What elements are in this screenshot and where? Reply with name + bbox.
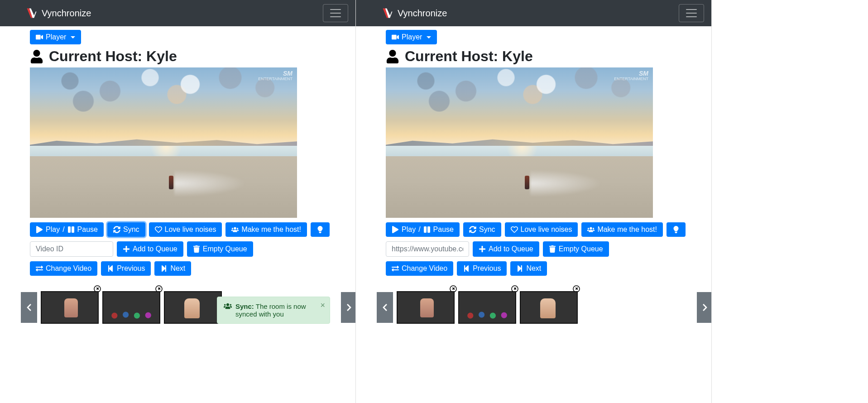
toast-close-button[interactable]: × [320,301,325,310]
host-name: Kyle [502,48,533,64]
queue-thumbnails [386,291,704,324]
brand[interactable]: Vynchronize [25,7,91,19]
video-camera-icon [392,34,399,41]
queue-item[interactable] [164,291,222,324]
pause-icon [423,226,431,233]
lightbulb-button[interactable] [667,222,686,237]
host-title: Current Host: Kyle [30,48,348,65]
users-icon [587,226,595,233]
controls-row-3: Change Video Previous Next [386,261,704,276]
toast-title: Sync: [235,302,254,310]
video-id-input[interactable] [386,241,469,257]
queue-next-button[interactable] [341,292,356,323]
previous-button[interactable]: Previous [457,261,507,276]
hamburger-button[interactable] [679,4,704,22]
play-pause-button[interactable]: Play / Pause [30,222,104,237]
navbar: Vynchronize [356,0,711,26]
navbar: Vynchronize [0,0,355,26]
plus-icon [479,245,486,253]
player-dropdown-label: Player [46,33,66,41]
lightbulb-button[interactable] [311,222,330,237]
player-dropdown[interactable]: Player [386,30,437,44]
step-backward-icon [463,265,470,272]
hamburger-button[interactable] [323,4,348,22]
hamburger-icon [685,6,698,20]
add-to-queue-button[interactable]: Add to Queue [117,241,183,257]
controls-row-1: Play / Pause Sync Love live noises Make … [30,222,348,237]
make-host-button[interactable]: Make me the host! [225,222,307,237]
queue-prev-button[interactable] [377,292,393,323]
change-video-button[interactable]: Change Video [30,261,97,276]
host-name: Kyle [146,48,177,64]
controls-row-2: Add to Queue Empty Queue [30,241,348,257]
brand-text: Vynchronize [42,8,91,19]
host-prefix: Current Host: [405,48,502,64]
video-player[interactable]: SM ENTERTAINMENT [386,67,653,218]
queue-item[interactable] [458,291,516,324]
controls-row-3: Change Video Previous Next [30,261,348,276]
host-title: Current Host: Kyle [386,48,704,65]
user-icon [386,50,399,63]
previous-button[interactable]: Previous [101,261,151,276]
empty-queue-button[interactable]: Empty Queue [187,241,253,257]
sync-button[interactable]: Sync [107,222,145,237]
video-id-input[interactable] [30,241,113,257]
heart-icon [155,226,162,233]
chevron-right-icon [701,303,709,312]
change-video-button[interactable]: Change Video [386,261,453,276]
video-camera-icon [36,34,43,41]
chevron-right-icon [345,303,353,312]
content-area: Player Current Host: Kyle SM ENTERTAINME… [356,26,711,331]
queue-next-button[interactable] [697,292,712,323]
empty-queue-button[interactable]: Empty Queue [543,241,609,257]
exchange-icon [392,265,399,272]
next-button[interactable]: Next [154,261,191,276]
trash-icon [549,245,556,253]
video-player[interactable]: SM ENTERTAINMENT [30,67,297,218]
chevron-left-icon [381,303,389,312]
queue-item[interactable] [41,291,99,324]
play-icon [392,226,399,233]
play-icon [36,226,43,233]
host-prefix: Current Host: [49,48,146,64]
brand-text: Vynchronize [398,8,447,19]
trash-icon [193,245,200,253]
caret-down-icon [71,36,75,38]
brand[interactable]: Vynchronize [381,7,447,19]
add-to-queue-button[interactable]: Add to Queue [473,241,539,257]
lightbulb-icon [672,226,680,233]
make-host-button[interactable]: Make me the host! [581,222,663,237]
play-pause-button[interactable]: Play / Pause [386,222,460,237]
sync-icon [113,226,120,233]
logo-icon [381,7,394,19]
queue-item[interactable] [520,291,578,324]
left-pane: Vynchronize Player Current Host: Kyle SM… [0,0,356,403]
love-button[interactable]: Love live noises [149,222,222,237]
pause-icon [67,226,75,233]
step-forward-icon [160,265,168,272]
queue-thumbnails: Sync: The room is now synced with you × [30,291,348,324]
video-watermark: SM ENTERTAINMENT [614,70,648,82]
sync-button[interactable]: Sync [463,222,501,237]
controls-row-1: Play / Pause Sync Love live noises Make … [386,222,704,237]
logo-icon [25,7,38,19]
step-backward-icon [107,265,114,272]
queue-item[interactable] [102,291,160,324]
queue-prev-button[interactable] [21,292,37,323]
player-dropdown[interactable]: Player [30,30,81,44]
queue-item[interactable] [397,291,455,324]
next-button[interactable]: Next [510,261,547,276]
right-pane: Vynchronize Player Current Host: Kyle SM… [356,0,712,403]
video-watermark: SM ENTERTAINMENT [258,70,293,82]
sync-icon [469,226,476,233]
controls-row-2: Add to Queue Empty Queue [386,241,704,257]
chevron-left-icon [25,303,33,312]
users-icon [231,226,239,233]
caret-down-icon [427,36,431,38]
player-dropdown-label: Player [402,33,422,41]
step-forward-icon [516,265,523,272]
love-button[interactable]: Love live noises [505,222,578,237]
exchange-icon [36,265,43,272]
hamburger-icon [329,6,342,20]
plus-icon [123,245,130,253]
